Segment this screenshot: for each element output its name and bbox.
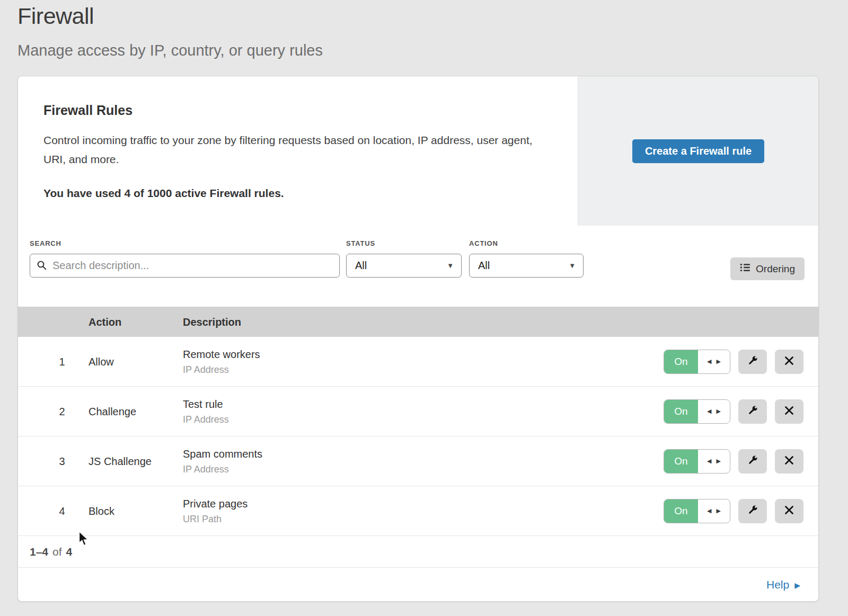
firewall-rules-card: Firewall Rules Control incoming traffic …	[17, 76, 819, 602]
rule-enabled-toggle[interactable]: On ◀ ▶	[664, 399, 730, 424]
card-heading: Firewall Rules	[43, 103, 552, 118]
delete-rule-button[interactable]	[775, 449, 803, 474]
rule-description: Remote workers	[183, 348, 260, 360]
close-icon	[784, 456, 794, 467]
toggle-on-label: On	[664, 350, 698, 373]
rule-description: Private pages	[183, 497, 248, 510]
table-row: 2 Challenge Test rule IP Address On ◀ ▶	[18, 387, 818, 436]
search-group: SEARCH	[30, 239, 340, 278]
status-label: STATUS	[346, 239, 462, 247]
close-icon	[784, 356, 794, 367]
rule-action: Allow	[89, 355, 114, 368]
rule-description-cell: Test rule IP Address	[183, 398, 229, 425]
rules-usage-text: You have used 4 of 1000 active Firewall …	[43, 187, 552, 200]
rule-enabled-toggle[interactable]: On ◀ ▶	[664, 350, 730, 374]
toggle-on-label: On	[664, 499, 698, 523]
rule-match-type: IP Address	[183, 364, 260, 375]
edit-rule-button[interactable]	[738, 449, 767, 474]
edit-rule-button[interactable]	[738, 499, 767, 523]
ordering-button[interactable]: Ordering	[730, 257, 805, 280]
close-icon	[784, 505, 794, 516]
card-description: Control incoming traffic to your zone by…	[43, 131, 544, 169]
action-label: ACTION	[469, 239, 584, 247]
create-firewall-rule-button[interactable]: Create a Firewall rule	[632, 139, 764, 163]
rule-controls: On ◀ ▶	[664, 499, 803, 523]
rule-enabled-toggle[interactable]: On ◀ ▶	[664, 449, 730, 474]
search-label: SEARCH	[30, 239, 340, 247]
delete-rule-button[interactable]	[775, 350, 803, 374]
close-icon	[784, 406, 794, 417]
page-title: Firewall	[17, 3, 323, 29]
chevron-down-icon: ▼	[447, 262, 454, 270]
toggle-arrows-icon: ◀ ▶	[698, 450, 730, 473]
help-link[interactable]: Help ▶	[766, 578, 800, 591]
card-action-panel: Create a Firewall rule	[578, 76, 818, 226]
rule-priority: 3	[55, 455, 69, 467]
rule-enabled-toggle[interactable]: On ◀ ▶	[664, 499, 730, 523]
delete-rule-button[interactable]	[775, 399, 803, 424]
toggle-on-label: On	[664, 400, 698, 423]
rule-controls: On ◀ ▶	[664, 449, 803, 474]
column-header-description: Description	[183, 316, 241, 328]
rule-action: Challenge	[89, 405, 136, 417]
rule-description: Spam comments	[183, 448, 262, 460]
ordering-list-icon	[740, 263, 750, 275]
toggle-arrows-icon: ◀ ▶	[698, 350, 730, 373]
table-header: Action Description	[18, 307, 818, 337]
card-footer: Help ▶	[18, 568, 818, 601]
status-select-value: All	[355, 260, 447, 272]
chevron-down-icon: ▼	[569, 262, 576, 270]
edit-rule-button[interactable]	[738, 350, 767, 374]
card-info: Firewall Rules Control incoming traffic …	[18, 76, 578, 226]
edit-rule-button[interactable]	[738, 399, 767, 424]
action-filter-group: ACTION All ▼	[469, 239, 584, 278]
delete-rule-button[interactable]	[775, 499, 803, 523]
page-subtitle: Manage access by IP, country, or query r…	[17, 42, 323, 59]
action-select-value: All	[478, 260, 569, 272]
table-row: 4 Block Private pages URI Path On ◀ ▶	[18, 486, 818, 536]
column-header-action: Action	[89, 316, 121, 328]
help-link-label: Help	[766, 578, 789, 591]
rule-action: JS Challenge	[89, 455, 152, 467]
rule-priority: 4	[55, 505, 69, 517]
card-top-section: Firewall Rules Control incoming traffic …	[18, 76, 818, 226]
ordering-button-label: Ordering	[756, 263, 795, 275]
rule-match-type: IP Address	[183, 414, 229, 425]
pagination-range: 1–4	[30, 546, 48, 558]
toggle-arrows-icon: ◀ ▶	[698, 400, 730, 423]
wrench-icon	[746, 504, 759, 518]
rule-controls: On ◀ ▶	[664, 399, 803, 424]
search-input[interactable]	[30, 254, 340, 278]
toggle-arrows-icon: ◀ ▶	[698, 499, 730, 523]
rule-description-cell: Private pages URI Path	[183, 497, 248, 524]
rule-priority: 2	[55, 405, 69, 417]
pagination-row: 1–4 of 4	[18, 536, 818, 568]
status-filter-group: STATUS All ▼	[346, 239, 462, 278]
rule-description: Test rule	[183, 398, 229, 410]
rule-priority: 1	[55, 355, 69, 368]
table-row: 3 JS Challenge Spam comments IP Address …	[18, 436, 818, 486]
pagination-of: of	[52, 546, 62, 558]
rule-match-type: URI Path	[183, 513, 248, 524]
search-icon	[37, 260, 47, 273]
pagination-total: 4	[66, 546, 73, 558]
rule-action: Block	[89, 505, 114, 517]
action-select[interactable]: All ▼	[469, 254, 584, 278]
page-header: Firewall Manage access by IP, country, o…	[17, 3, 323, 59]
filter-bar: SEARCH STATUS All ▼ ACTION All ▼	[18, 226, 818, 307]
table-row: 1 Allow Remote workers IP Address On ◀ ▶	[18, 337, 818, 387]
rule-description-cell: Remote workers IP Address	[183, 348, 260, 375]
rule-match-type: IP Address	[183, 463, 262, 475]
wrench-icon	[746, 354, 759, 369]
arrow-right-icon: ▶	[794, 581, 800, 590]
wrench-icon	[746, 404, 759, 418]
wrench-icon	[746, 454, 759, 468]
toggle-on-label: On	[664, 450, 698, 473]
status-select[interactable]: All ▼	[346, 254, 462, 278]
rule-description-cell: Spam comments IP Address	[183, 448, 262, 475]
rule-controls: On ◀ ▶	[664, 350, 803, 374]
